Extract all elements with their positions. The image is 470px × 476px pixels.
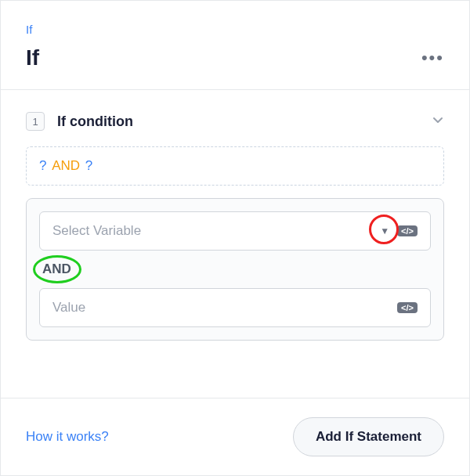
header: If If ••• bbox=[1, 1, 469, 90]
value-input[interactable]: Value </> bbox=[39, 288, 431, 327]
code-toggle-icon[interactable]: </> bbox=[397, 302, 418, 313]
value-right-controls: </> bbox=[397, 302, 418, 313]
variable-right-controls: ▼ </> bbox=[380, 225, 418, 236]
condition-header[interactable]: 1 If condition bbox=[26, 112, 444, 131]
panel: If If ••• 1 If condition ? AND ? Select bbox=[0, 0, 470, 476]
condition-inputs: Select Variable ▼ </> AND Value </> bbox=[26, 198, 444, 341]
variable-select[interactable]: Select Variable ▼ </> bbox=[39, 211, 431, 251]
breadcrumb[interactable]: If bbox=[26, 23, 444, 36]
add-if-statement-button[interactable]: Add If Statement bbox=[293, 417, 444, 456]
expression-preview: ? AND ? bbox=[26, 146, 444, 186]
title-row: If ••• bbox=[26, 45, 444, 70]
expr-right-placeholder: ? bbox=[85, 158, 92, 173]
body: 1 If condition ? AND ? Select Variable ▼ bbox=[1, 90, 469, 398]
condition-label: If condition bbox=[57, 114, 133, 130]
value-placeholder: Value bbox=[52, 300, 85, 316]
caret-down-icon[interactable]: ▼ bbox=[380, 225, 389, 236]
variable-placeholder: Select Variable bbox=[52, 223, 141, 239]
operator-row[interactable]: AND bbox=[39, 251, 431, 288]
expr-operator: AND bbox=[52, 158, 80, 173]
how-it-works-link[interactable]: How it works? bbox=[26, 429, 109, 445]
condition-index-badge: 1 bbox=[26, 112, 45, 131]
more-menu-icon[interactable]: ••• bbox=[421, 48, 444, 68]
code-toggle-icon[interactable]: </> bbox=[397, 225, 418, 236]
footer: How it works? Add If Statement bbox=[1, 398, 469, 475]
expr-left-placeholder: ? bbox=[39, 158, 46, 173]
condition-header-left: 1 If condition bbox=[26, 112, 133, 131]
operator-label: AND bbox=[42, 261, 71, 276]
chevron-down-icon[interactable] bbox=[432, 114, 444, 129]
page-title: If bbox=[26, 45, 39, 70]
